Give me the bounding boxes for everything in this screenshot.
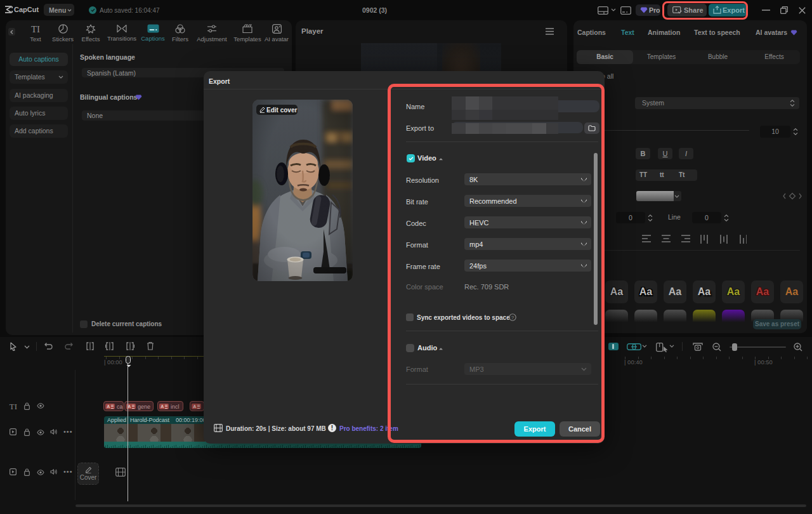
svg-text:TI: TI: [10, 402, 17, 410]
svg-text:TI: TI: [31, 24, 40, 34]
